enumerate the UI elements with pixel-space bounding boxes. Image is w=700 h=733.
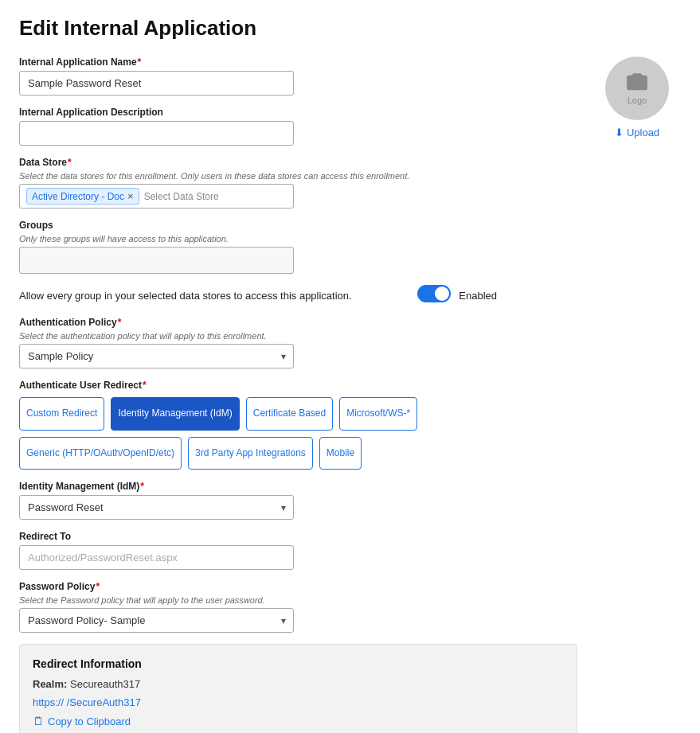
redirect-btn-ms[interactable]: Microsoft/WS-*	[339, 397, 417, 431]
data-store-field[interactable]: Active Directory - Doc × Select Data Sto…	[19, 184, 294, 209]
data-store-label: Data Store	[19, 157, 577, 168]
upload-label: Upload	[627, 127, 659, 138]
copy-icon: 🗒	[33, 715, 44, 727]
logo-area: Logo ⬇ Upload	[593, 57, 681, 138]
groups-label: Groups	[19, 220, 577, 231]
redirect-btn-mobile[interactable]: Mobile	[319, 437, 362, 470]
realm-label: Realm:	[33, 678, 67, 690]
password-policy-label: Password Policy	[19, 581, 577, 592]
redirect-label: Authenticate User Redirect	[19, 380, 577, 391]
realm-value: Secureauth317	[70, 678, 140, 690]
camera-icon	[626, 72, 648, 94]
upload-icon: ⬇	[615, 127, 624, 138]
groups-field[interactable]	[19, 247, 294, 274]
redirect-btn-idm[interactable]: Identity Management (IdM)	[111, 397, 239, 431]
redirect-btn-3rdparty[interactable]: 3rd Party App Integrations	[188, 437, 313, 470]
upload-button[interactable]: ⬇ Upload	[615, 127, 659, 138]
password-policy-select[interactable]: Password Policy- Sample	[19, 608, 294, 633]
page-title: Edit Internal Application	[19, 16, 681, 41]
redirect-btn-cert[interactable]: Certificate Based	[246, 397, 333, 431]
redirect-url[interactable]: https:// /SecureAuth317	[33, 696, 564, 708]
redirect-to-input[interactable]	[19, 545, 294, 570]
auth-policy-select[interactable]: Sample Policy	[19, 344, 294, 368]
data-store-placeholder: Select Data Store	[144, 191, 219, 202]
copy-to-clipboard-button[interactable]: 🗒 Copy to Clipboard	[33, 715, 131, 727]
idm-label: Identity Management (IdM)	[19, 481, 577, 492]
redirect-btn-custom[interactable]: Custom Redirect	[19, 397, 104, 431]
redirect-to-label: Redirect To	[19, 531, 577, 542]
toggle-label: Allow every group in your selected data …	[19, 290, 409, 302]
toggle-switch[interactable]	[417, 285, 451, 302]
logo-circle: Logo	[605, 57, 669, 120]
logo-text: Logo	[628, 96, 647, 105]
idm-select[interactable]: Password Reset	[19, 495, 294, 520]
redirect-btn-generic[interactable]: Generic (HTTP/OAuth/OpenID/etc)	[19, 437, 182, 470]
auth-policy-label: Authentication Policy	[19, 317, 577, 328]
password-policy-hint: Select the Password policy that will app…	[19, 595, 577, 605]
redirect-info-title: Redirect Information	[33, 657, 564, 670]
app-desc-label: Internal Application Description	[19, 107, 577, 118]
app-name-label: Internal Application Name	[19, 57, 577, 68]
groups-hint: Only these groups will have access to th…	[19, 234, 577, 244]
redirect-grid: Custom Redirect Identity Management (IdM…	[19, 397, 561, 470]
app-name-input[interactable]	[19, 71, 294, 96]
toggle-status: Enabled	[459, 290, 497, 302]
app-desc-input[interactable]	[19, 121, 294, 146]
remove-tag-button[interactable]: ×	[127, 190, 134, 202]
data-store-hint: Select the data stores for this enrollme…	[19, 171, 577, 181]
redirect-info-box: Redirect Information Realm: Secureauth31…	[19, 644, 577, 733]
copy-label: Copy to Clipboard	[48, 715, 131, 727]
data-store-tag: Active Directory - Doc ×	[26, 188, 139, 205]
auth-policy-hint: Select the authentication policy that wi…	[19, 331, 577, 341]
